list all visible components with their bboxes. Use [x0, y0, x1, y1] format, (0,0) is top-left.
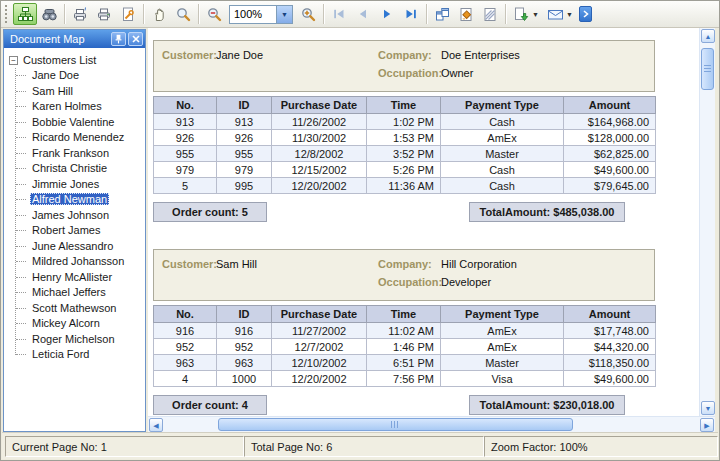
print-dialog-button[interactable] — [68, 3, 92, 25]
scroll-right-button[interactable]: ▶ — [700, 418, 714, 432]
customer-label: Customer: — [162, 258, 217, 270]
tree-item-scott-mathewson[interactable]: Scott Mathewson — [4, 301, 145, 317]
last-page-button[interactable] — [399, 3, 423, 25]
tree-item-karen-holmes[interactable]: Karen Holmes — [4, 99, 145, 115]
report-preview-window: ▼ — [0, 0, 720, 461]
toolbar-grip[interactable] — [5, 5, 9, 23]
multiple-pages-button[interactable] — [430, 3, 454, 25]
order-cell: 12/20/2002 — [272, 178, 367, 194]
column-header: ID — [217, 306, 272, 323]
tree-item-sam-hill[interactable]: Sam Hill — [4, 84, 145, 100]
order-cell: 963 — [217, 355, 272, 371]
horizontal-scroll-thumb[interactable] — [218, 418, 573, 431]
first-page-icon — [331, 6, 347, 22]
collapse-icon[interactable]: − — [9, 56, 18, 65]
zoom-in-button[interactable] — [296, 3, 320, 25]
export-dropdown-arrow[interactable]: ▼ — [532, 11, 539, 18]
tree-item-mickey-alcorn[interactable]: Mickey Alcorn — [4, 316, 145, 332]
tree-item-leticia-ford[interactable]: Leticia Ford — [4, 347, 145, 363]
scroll-up-button[interactable]: ▲ — [701, 29, 715, 43]
order-cell: 926 — [217, 130, 272, 146]
order-cell: 963 — [154, 355, 217, 371]
column-header: No. — [154, 97, 217, 114]
order-cell: 1000 — [217, 371, 272, 387]
order-cell: 12/8/2002 — [272, 146, 367, 162]
tree-item-roger-michelson[interactable]: Roger Michelson — [4, 332, 145, 348]
zoom-out-button[interactable] — [202, 3, 226, 25]
printer-icon — [96, 6, 113, 23]
order-cell: $44,320.00 — [564, 339, 656, 355]
order-cell: 955 — [217, 146, 272, 162]
order-cell: 12/15/2002 — [272, 162, 367, 178]
order-cell: 913 — [217, 114, 272, 130]
order-cell: $49,600.00 — [564, 162, 656, 178]
tree-item-robert-james[interactable]: Robert James — [4, 223, 145, 239]
tree-item-jane-doe[interactable]: Jane Doe — [4, 68, 145, 84]
toolbar-separator — [64, 4, 65, 24]
next-page-button[interactable] — [375, 3, 399, 25]
find-button[interactable] — [37, 3, 61, 25]
tree-item-frank-frankson[interactable]: Frank Frankson — [4, 146, 145, 162]
document-map-button[interactable] — [13, 3, 37, 25]
tree-item-mildred-johansson[interactable]: Mildred Johansson — [4, 254, 145, 270]
total-amount-box: TotalAmount: $485,038.00 — [469, 202, 625, 222]
pin-button[interactable] — [111, 32, 126, 46]
send-email-button[interactable]: ▼ — [543, 3, 577, 25]
order-cell: 916 — [217, 323, 272, 339]
tree-item-michael-jeffers[interactable]: Michael Jeffers — [4, 285, 145, 301]
next-page-icon — [379, 6, 395, 22]
page-setup-button[interactable] — [116, 3, 140, 25]
tree-item-jimmie-jones[interactable]: Jimmie Jones — [4, 177, 145, 193]
order-cell: 1:53 PM — [367, 130, 441, 146]
customer-value: Jane Doe — [216, 49, 263, 61]
column-header: Time — [367, 97, 441, 114]
tree-root-customers-list[interactable]: − Customers List — [4, 52, 145, 68]
print-button[interactable] — [92, 3, 116, 25]
order-row: 913 913 11/26/2002 1:02 PM Cash $164,968… — [154, 114, 656, 130]
status-zoom-factor: Zoom Factor: 100% — [484, 436, 718, 457]
watermark-button[interactable] — [478, 3, 502, 25]
order-cell: 11/26/2002 — [272, 114, 367, 130]
tree-item-june-alessandro[interactable]: June Alessandro — [4, 239, 145, 255]
tree-item-ricardo-menendez[interactable]: Ricardo Menendez — [4, 130, 145, 146]
binoculars-icon — [41, 6, 58, 23]
report-section-jane-doe: Customer: Jane Doe Company: Doe Enterpri… — [153, 40, 655, 222]
order-row: 5 995 12/20/2002 11:36 AM Cash $79,645.0… — [154, 178, 656, 194]
order-cell: $164,968.00 — [564, 114, 656, 130]
export-document-button[interactable]: ▼ — [509, 3, 543, 25]
tree-item-alfred-newman-selected[interactable]: Alfred Newman — [4, 192, 145, 208]
order-cell: 4 — [154, 371, 217, 387]
toolbar: ▼ — [1, 1, 719, 28]
first-page-button[interactable] — [327, 3, 351, 25]
orders-table: No. ID Purchase Date Time Payment Type A… — [153, 305, 656, 387]
zoom-combo-input[interactable] — [230, 6, 276, 23]
occupation-label: Occupation: — [378, 67, 442, 79]
close-panel-button[interactable] — [128, 32, 143, 46]
vertical-scrollbar[interactable]: ▲ ▼ — [699, 28, 715, 416]
email-dropdown-arrow[interactable]: ▼ — [566, 11, 573, 18]
scroll-left-button[interactable]: ◀ — [149, 418, 163, 432]
tree-item-bobbie-valentine[interactable]: Bobbie Valentine — [4, 115, 145, 131]
zoom-combo-dropdown[interactable]: ▼ — [276, 6, 292, 23]
hand-tool-button[interactable] — [147, 3, 171, 25]
page-setup-icon — [120, 6, 137, 23]
magnifier-button[interactable] — [171, 3, 195, 25]
order-cell: 12/7/2002 — [272, 339, 367, 355]
vertical-scroll-thumb[interactable] — [701, 48, 714, 90]
last-page-icon — [403, 6, 419, 22]
toolbar-overflow-button[interactable] — [579, 6, 592, 22]
order-cell: Master — [441, 355, 564, 371]
order-cell: 952 — [217, 339, 272, 355]
tree-item-henry-mcallister[interactable]: Henry McAllister — [4, 270, 145, 286]
toolbar-separator — [198, 4, 199, 24]
tree-item-christa-christie[interactable]: Christa Christie — [4, 161, 145, 177]
horizontal-scrollbar[interactable]: ◀ ▶ — [148, 416, 715, 432]
page-color-button[interactable] — [454, 3, 478, 25]
report-page: Customer: Jane Doe Company: Doe Enterpri… — [148, 28, 699, 416]
previous-page-icon — [355, 6, 371, 22]
order-row: 955 955 12/8/2002 3:52 PM Master $62,825… — [154, 146, 656, 162]
previous-page-button[interactable] — [351, 3, 375, 25]
zoom-in-icon — [300, 6, 317, 23]
tree-item-james-johnson[interactable]: James Johnson — [4, 208, 145, 224]
scroll-down-button[interactable]: ▼ — [701, 401, 715, 415]
